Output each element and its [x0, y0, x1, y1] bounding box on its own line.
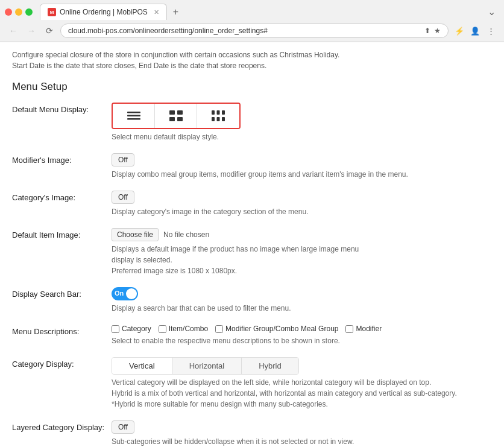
tab-favicon: M: [48, 8, 56, 16]
content-menu-descriptions: Category Item/Combo Modifier Group/Combo…: [112, 325, 492, 346]
label-categorys-image: Category's Image:: [12, 191, 112, 202]
category-display-tabs: Vertical Horizontal Hybrid: [112, 357, 299, 375]
label-layered-category-display: Layered Category Display:: [12, 420, 112, 432]
content-default-item-image: Choose file No file chosen Displays a de…: [112, 228, 492, 276]
top-notice-line1: Configure special closure of the store i…: [12, 49, 492, 60]
browser-chrome: M Online Ordering | MobiPOS ✕ + ⌄ ← → ⟳ …: [0, 0, 504, 42]
cat-tab-horizontal[interactable]: Horizontal: [172, 358, 242, 374]
svg-rect-10: [212, 117, 215, 121]
svg-rect-6: [177, 117, 183, 121]
desc-modifiers-image: Display combo meal group items, modifier…: [112, 169, 492, 180]
checkbox-item-combo-input[interactable]: [159, 325, 166, 333]
reload-button[interactable]: ⟳: [42, 24, 57, 38]
desc-menu-descriptions: Select to enable the respective menu des…: [112, 335, 492, 346]
extensions-icon[interactable]: ⚡: [452, 24, 467, 38]
svg-rect-0: [127, 112, 140, 113]
row-category-display: Category Display: Vertical Horizontal Hy…: [12, 357, 492, 410]
row-categorys-image: Category's Image: Off Display category's…: [12, 191, 492, 217]
cat-tab-hybrid[interactable]: Hybrid: [242, 358, 298, 374]
minimize-window-button[interactable]: [15, 8, 22, 16]
label-default-item-image: Default Item Image:: [12, 228, 112, 239]
modifiers-image-toggle[interactable]: Off: [112, 153, 134, 166]
content-modifiers-image: Off Display combo meal group items, modi…: [112, 153, 492, 180]
new-tab-button[interactable]: +: [169, 5, 182, 19]
desc-layered-category-display: Sub-categories will be hidden/collapse w…: [112, 436, 492, 447]
url-bar[interactable]: cloud.mobi-pos.com/onlineordersetting/on…: [60, 24, 449, 38]
label-category-display: Category Display:: [12, 357, 112, 369]
svg-rect-2: [127, 118, 140, 120]
file-input-row: Choose file No file chosen: [112, 228, 492, 241]
checkboxes-row: Category Item/Combo Modifier Group/Combo…: [112, 325, 492, 333]
tab-title: Online Ordering | MobiPOS: [60, 8, 148, 16]
top-notice-line2: Start Date is the date that store closes…: [12, 60, 492, 71]
checkbox-category[interactable]: Category: [112, 325, 151, 333]
content-category-display: Vertical Horizontal Hybrid Vertical cate…: [112, 357, 492, 410]
display-style-selector: [112, 103, 241, 129]
url-icons: ⬆ ★: [424, 27, 441, 35]
bookmark-icon[interactable]: ★: [434, 27, 441, 35]
search-bar-toggle[interactable]: On: [112, 287, 138, 300]
layered-category-toggle[interactable]: Off: [112, 420, 134, 434]
content-default-menu-display: Select menu default display style.: [112, 103, 492, 142]
url-text: cloud.mobi-pos.com/onlineordersetting/on…: [68, 27, 268, 35]
desc-default-item-image: Displays a default image if the product …: [112, 244, 492, 276]
checkbox-item-combo[interactable]: Item/Combo: [159, 325, 208, 333]
active-tab[interactable]: M Online Ordering | MobiPOS ✕: [40, 4, 167, 20]
svg-rect-5: [169, 117, 175, 121]
profiles-icon[interactable]: 👤: [468, 24, 482, 38]
toggle-on-label: On: [115, 290, 124, 297]
display-style-list-btn[interactable]: [113, 104, 155, 128]
content-layered-category-display: Off Sub-categories will be hidden/collap…: [112, 420, 492, 447]
content-categorys-image: Off Display category's image in the cate…: [112, 191, 492, 217]
address-bar: ← → ⟳ cloud.mobi-pos.com/onlineordersett…: [0, 20, 504, 42]
row-layered-category-display: Layered Category Display: Off Sub-catego…: [12, 420, 492, 447]
desc-default-menu-display: Select menu default display style.: [112, 132, 492, 142]
no-file-chosen-label: No file chosen: [163, 230, 209, 239]
page-content: Configure special closure of the store i…: [0, 42, 504, 447]
forward-button[interactable]: →: [24, 24, 39, 38]
svg-rect-8: [217, 110, 220, 115]
display-style-grid3-btn[interactable]: [197, 104, 239, 128]
display-style-grid2-btn[interactable]: [155, 104, 197, 128]
row-default-menu-display: Default Menu Display:: [12, 103, 492, 142]
close-window-button[interactable]: [5, 8, 12, 16]
cat-tab-vertical[interactable]: Vertical: [112, 358, 172, 374]
section-title: Menu Setup: [12, 81, 492, 93]
top-notice: Configure special closure of the store i…: [12, 49, 492, 71]
row-menu-descriptions: Menu Descriptions: Category Item/Combo M…: [12, 325, 492, 346]
svg-rect-9: [222, 110, 225, 115]
label-menu-descriptions: Menu Descriptions:: [12, 325, 112, 336]
maximize-window-button[interactable]: [25, 8, 33, 16]
checkbox-modifier[interactable]: Modifier: [345, 325, 382, 333]
checkbox-modifier-group-input[interactable]: [215, 325, 223, 333]
window-controls: [5, 8, 33, 16]
svg-rect-1: [127, 115, 140, 117]
toolbar-icons: ⚡ 👤 ⋮: [452, 24, 498, 38]
svg-rect-12: [222, 117, 225, 121]
desc-display-search-bar: Display a search bar that can be used to…: [112, 303, 492, 314]
content-display-search-bar: On Display a search bar that can be used…: [112, 287, 492, 314]
label-modifiers-image: Modifier's Image:: [12, 153, 112, 165]
label-default-menu-display: Default Menu Display:: [12, 103, 112, 114]
menu-icon[interactable]: ⋮: [484, 24, 498, 38]
desc-category-display: Vertical category will be displayed on t…: [112, 377, 492, 410]
svg-rect-3: [169, 110, 175, 115]
tab-close-icon[interactable]: ✕: [154, 8, 159, 16]
svg-rect-7: [212, 110, 215, 115]
checkbox-modifier-group[interactable]: Modifier Group/Combo Meal Group: [215, 325, 338, 333]
back-button[interactable]: ←: [6, 24, 20, 38]
svg-rect-4: [177, 110, 183, 115]
more-tabs-icon[interactable]: ⌄: [484, 5, 499, 19]
label-display-search-bar: Display Search Bar:: [12, 287, 112, 299]
checkbox-category-input[interactable]: [112, 325, 119, 333]
choose-file-button[interactable]: Choose file: [112, 228, 159, 241]
tab-bar: M Online Ordering | MobiPOS ✕ + ⌄: [0, 0, 504, 20]
row-modifiers-image: Modifier's Image: Off Display combo meal…: [12, 153, 492, 180]
row-display-search-bar: Display Search Bar: On Display a search …: [12, 287, 492, 314]
desc-categorys-image: Display category's image in the category…: [112, 206, 492, 217]
share-icon[interactable]: ⬆: [424, 27, 430, 35]
checkbox-modifier-input[interactable]: [345, 325, 353, 333]
categorys-image-toggle[interactable]: Off: [112, 191, 134, 204]
row-default-item-image: Default Item Image: Choose file No file …: [12, 228, 492, 276]
svg-rect-11: [217, 117, 220, 121]
